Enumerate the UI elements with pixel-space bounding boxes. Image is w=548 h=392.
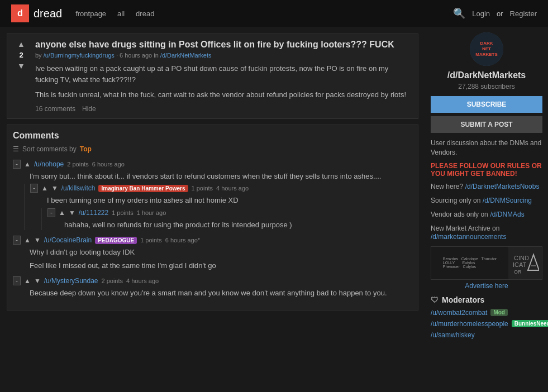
comment-2-badge: Imaginary Ban Hammer Powers [98, 185, 188, 192]
comment-2-indent: - ▲ ▼ /u/killswitch Imaginary Ban Hammer… [24, 184, 412, 230]
nav-dread[interactable]: dread [136, 9, 154, 18]
subscribe-button[interactable]: SUBSCRIBE [431, 96, 542, 113]
avatar-inner: DARK NET MARKETS [470, 32, 503, 66]
comment-3: - ▲ ▼ /u/111222 1 points 1 hour ago haha… [47, 208, 412, 231]
main-content: ▲ 2 ▼ anyone else have drugs sitting in … [0, 27, 425, 348]
comment-5-text: Because deep down you know you're a smar… [30, 288, 412, 299]
comment-4-header: - ▲ ▼ /u/CocaineBrain PEDAGOGUE 1 points… [13, 236, 412, 245]
ad-right: CIND ICAT OR [508, 247, 542, 279]
new-here-link[interactable]: /d/DarknetMarketsNoobs [465, 183, 540, 190]
svg-text:OR: OR [514, 269, 522, 275]
sort-bar: ☰ Sort comments by Top [13, 145, 412, 153]
nav-all[interactable]: all [117, 9, 125, 18]
downvote-button[interactable]: ▼ [17, 61, 25, 70]
sort-value[interactable]: Top [80, 145, 92, 153]
comment-3-indent: - ▲ ▼ /u/111222 1 points 1 hour ago haha… [41, 208, 412, 231]
login-link[interactable]: Login [472, 9, 490, 18]
svg-text:DARK: DARK [480, 41, 493, 46]
comment-4-upvote[interactable]: ▲ [24, 236, 31, 244]
comment-2: - ▲ ▼ /u/killswitch Imaginary Ban Hammer… [30, 184, 412, 230]
logo-icon: d [11, 4, 29, 22]
comment-3-header: - ▲ ▼ /u/111222 1 points 1 hour ago [47, 208, 412, 217]
post-time: 6 hours ago [120, 52, 152, 59]
comment-5-downvote[interactable]: ▼ [34, 277, 41, 285]
comment-1-upvote[interactable]: ▲ [24, 160, 31, 168]
comment-1-time: 6 hours ago [92, 161, 125, 168]
comment-4-collapse[interactable]: - [13, 236, 21, 245]
advertise-link[interactable]: Advertise here [431, 282, 542, 290]
mod-3-link[interactable]: /u/samwhiskey [431, 331, 475, 339]
ad-banner[interactable]: Benzdos Calndope Thacutor LOLLY Eutylos … [431, 246, 542, 280]
comment-1-text: I'm sorry but... think about it... if ve… [30, 171, 412, 182]
comment-5-time: 4 hours ago [126, 278, 159, 284]
comments-link[interactable]: 16 comments [35, 105, 75, 113]
comment-3-downvote[interactable]: ▼ [69, 209, 75, 217]
comment-5-points: 2 points [102, 278, 123, 284]
mod-2-badge: BunniesNeedNorApply [512, 320, 548, 327]
comment-3-collapse[interactable]: - [47, 208, 55, 217]
sidebar: DARK NET MARKETS /d/DarkNetMarkets 27,28… [425, 27, 548, 348]
hide-link[interactable]: Hide [82, 105, 96, 113]
subreddit-subscribers: 27,288 subscribers [431, 83, 542, 90]
comment-3-author[interactable]: /u/111222 [79, 209, 108, 217]
post-in: in [154, 52, 160, 59]
comment-2-author[interactable]: /u/killswitch [61, 184, 96, 192]
subreddit-name: /d/DarkNetMarkets [431, 70, 542, 80]
comments-section: Comments ☰ Sort comments by Top - ▲ /u/n… [7, 125, 418, 310]
main-nav: frontpage all dread [75, 9, 154, 18]
comment-3-upvote[interactable]: ▲ [59, 209, 65, 217]
nav-frontpage[interactable]: frontpage [75, 9, 106, 18]
comment-2-downvote[interactable]: ▼ [51, 184, 58, 192]
svg-marker-7 [528, 255, 539, 270]
comment-4-text-2: Feel like I missed out, at the same time… [30, 260, 412, 271]
comment-5-upvote[interactable]: ▲ [24, 277, 31, 285]
svg-text:CIND: CIND [514, 255, 529, 261]
svg-text:NET: NET [482, 46, 491, 51]
comment-4-badge: PEDAGOGUE [95, 237, 137, 244]
comment-5-header: - ▲ ▼ /u/MysterySundae 2 points 4 hours … [13, 276, 412, 285]
sourcing-link[interactable]: /d/DNMSourcing [483, 197, 532, 204]
comment-2-text: I been turning one of my orders into ash… [47, 195, 412, 206]
vote-column: ▲ 2 ▼ [13, 40, 30, 113]
mod-2-link[interactable]: /u/murderhomelesspeople [431, 320, 508, 328]
comment-3-points: 1 points [112, 209, 134, 216]
comment-5: - ▲ ▼ /u/MysterySundae 2 points 4 hours … [13, 276, 412, 299]
comment-1-author[interactable]: /u/nohope [34, 160, 64, 168]
comment-4-author[interactable]: /u/CocaineBrain [44, 236, 92, 244]
post-meta: by /u/Burningmyfuckingdrugs · 6 hours ag… [35, 52, 412, 59]
comment-2-collapse[interactable]: - [30, 184, 38, 193]
post-body-p2: This is fuckin unreal, what in the fuck,… [35, 89, 412, 101]
svg-text:MARKETS: MARKETS [475, 52, 498, 57]
mod-item-3: /u/samwhiskey [431, 331, 542, 339]
post-author-link[interactable]: /u/Burningmyfuckingdrugs [44, 52, 115, 59]
vendor-ads-link[interactable]: /d/DNMAds [490, 211, 524, 218]
register-link[interactable]: Register [510, 9, 537, 18]
post-body: anyone else have drugs sitting in Post O… [35, 40, 412, 113]
comment-5-collapse[interactable]: - [13, 276, 21, 285]
post-subreddit-link[interactable]: /d/DarkNetMarkets [160, 52, 212, 59]
comments-title: Comments [13, 131, 412, 141]
or-separator: or [497, 9, 503, 18]
mod-1-link[interactable]: /u/wombat2combat [431, 309, 487, 317]
header-right: 🔍 Login or Register [453, 7, 537, 20]
post-header-row: ▲ 2 ▼ anyone else have drugs sitting in … [13, 40, 412, 113]
sidebar-sourcing: Sourcing only on /d/DNMSourcing [431, 196, 542, 204]
comment-1-collapse[interactable]: - [13, 160, 21, 169]
moderators-header: 🛡 Moderators [431, 295, 542, 304]
mod-1-badge: Mod [490, 309, 508, 316]
comment-1: - ▲ /u/nohope 2 points 6 hours ago I'm s… [13, 160, 412, 231]
submit-post-button[interactable]: SUBMIT A POST [431, 116, 542, 133]
comment-3-time: 1 hour ago [137, 209, 166, 216]
comment-4-downvote[interactable]: ▼ [34, 236, 41, 244]
comment-5-author[interactable]: /u/MysterySundae [44, 277, 98, 285]
comment-4-time: 6 hours ago* [165, 237, 200, 243]
sidebar-rules-link[interactable]: PLEASE FOLLOW OUR RULES OR YOU MIGHT GET… [431, 162, 542, 178]
post-title: anyone else have drugs sitting in Post O… [35, 40, 412, 50]
upvote-button[interactable]: ▲ [17, 40, 25, 49]
comment-2-upvote[interactable]: ▲ [41, 184, 48, 192]
sourcing-label: Sourcing only on [431, 197, 480, 204]
logo[interactable]: d dread [11, 4, 62, 22]
archive-link[interactable]: /d/marketannouncements [431, 233, 506, 241]
sidebar-description: User discussion about the DNMs and Vendo… [431, 138, 542, 157]
search-icon[interactable]: 🔍 [453, 7, 465, 20]
